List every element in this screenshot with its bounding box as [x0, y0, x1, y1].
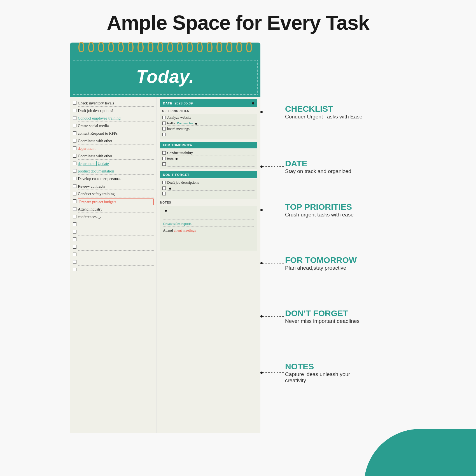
date-annotation: DATE Stay on track and organized — [260, 159, 351, 174]
spiral-ring — [226, 42, 232, 52]
dashed-line — [263, 372, 285, 373]
for-tomorrow-annotation: FOR TOMORROW Plan ahead,stay proactive — [260, 255, 357, 271]
list-item: department — [73, 146, 154, 152]
notes-annotation: NOTES Capture ideas,unleash your creativ… — [260, 362, 350, 384]
checkbox[interactable] — [162, 127, 166, 130]
dashed-line — [263, 112, 285, 112]
checkbox[interactable] — [73, 101, 76, 105]
item-text — [78, 237, 154, 243]
spiral-ring — [216, 42, 222, 52]
checkbox[interactable] — [73, 260, 76, 264]
spiral-binding — [70, 43, 260, 58]
checkbox[interactable] — [162, 157, 166, 160]
annotation-dot — [260, 209, 263, 211]
list-item: Coordinate with other — [73, 153, 154, 160]
checklist-annotation-text: CHECKLIST Conquer Urgent Tasks with Ease — [285, 104, 362, 120]
top-priorities-annotation-text: TOP PRIORITIES Crush urgent tasks with e… — [285, 202, 354, 218]
checkbox[interactable] — [162, 181, 166, 184]
row-text: board meetings — [167, 127, 255, 131]
checkbox[interactable] — [162, 192, 166, 195]
item-text: Draft job descriptions! — [78, 108, 154, 114]
row-text — [167, 186, 255, 191]
checkbox[interactable] — [73, 109, 76, 112]
notes-block: NOTES Create sales reports Attend client… — [160, 201, 257, 251]
item-text: Conduct employee training — [78, 115, 154, 122]
row-text — [167, 192, 255, 196]
notebook-body: Check inventory levels Draft job descrip… — [70, 97, 260, 433]
checkbox[interactable] — [73, 268, 76, 271]
checkbox[interactable] — [73, 237, 76, 241]
for-tomorrow-annotation-text: FOR TOMORROW Plan ahead,stay proactive — [285, 255, 357, 271]
checkbox[interactable] — [162, 151, 166, 155]
date-annotation-text: DATE Stay on track and organized — [285, 159, 351, 174]
for-tomorrow-block: FOR TOMORROW Conduct usability tests — [160, 142, 257, 169]
dont-forget-block: DON'T FORGET Draft job descriptions — [160, 171, 257, 199]
spiral-ring — [88, 42, 94, 52]
item-text — [78, 252, 154, 258]
checkbox[interactable] — [162, 162, 166, 166]
checkbox[interactable] — [162, 116, 166, 119]
item-text — [78, 259, 154, 266]
checkbox[interactable] — [73, 162, 76, 165]
list-item: Develop customer personas — [73, 176, 154, 182]
forget-row: Draft job descriptions — [162, 180, 255, 185]
notes-line: Create sales reports — [163, 221, 254, 227]
checkbox[interactable] — [73, 215, 76, 218]
dashed-line — [263, 263, 285, 263]
checkbox[interactable] — [162, 186, 166, 190]
list-item: department Update — [73, 161, 154, 167]
spiral-ring — [108, 42, 114, 52]
spiral-ring — [246, 42, 252, 52]
row-text: Draft job descriptions — [167, 180, 255, 185]
ann-title: TOP PRIORITIES — [285, 202, 354, 212]
date-value: 2023.05.09 — [174, 101, 193, 105]
for-tomorrow-label: FOR TOMORROW — [163, 143, 193, 147]
ann-desc-2: creativity — [285, 377, 350, 384]
checkbox[interactable] — [73, 245, 76, 249]
item-text — [78, 267, 154, 273]
list-item — [73, 221, 154, 228]
checkbox[interactable] — [162, 133, 166, 136]
item-text: conferences ◡ — [78, 214, 154, 220]
ann-desc: Never miss important deadlines — [285, 318, 360, 324]
item-text: product documentation — [78, 168, 154, 175]
checkbox[interactable] — [73, 146, 76, 150]
tomorrow-row: tests — [162, 156, 255, 161]
checkbox[interactable] — [73, 222, 76, 226]
checkbox[interactable] — [73, 154, 76, 158]
checkbox[interactable] — [73, 177, 76, 180]
annotations-panel: CHECKLIST Conquer Urgent Tasks with Ease… — [260, 93, 423, 476]
dashed-line — [263, 210, 285, 210]
ann-desc: Stay on track and organized — [285, 168, 351, 174]
dashed-line — [263, 166, 285, 167]
checkbox[interactable] — [73, 184, 76, 188]
checkbox[interactable] — [73, 139, 76, 143]
checkbox[interactable] — [73, 192, 76, 195]
notes-text: client meetings — [174, 228, 196, 232]
checkbox[interactable] — [73, 199, 76, 203]
notes-line — [163, 208, 254, 213]
checkbox[interactable] — [73, 124, 76, 127]
item-text: Review contracts — [78, 183, 154, 190]
spiral-ring — [167, 42, 173, 52]
page-title: Ample Space for Every Task — [0, 0, 476, 43]
spiral-ring — [187, 42, 193, 52]
row-text: traffic Prepare for — [167, 121, 255, 126]
for-tomorrow-content: Conduct usability tests — [160, 149, 257, 169]
list-item: content Respond to RFPs — [73, 130, 154, 137]
ann-desc: Plan ahead,stay proactive — [285, 265, 357, 271]
checkbox[interactable] — [73, 116, 76, 120]
checkbox[interactable] — [73, 253, 76, 256]
spiral-ring — [157, 42, 163, 52]
checkbox[interactable] — [162, 122, 166, 125]
list-item — [73, 244, 154, 251]
row-text: tests — [167, 156, 255, 161]
checkbox[interactable] — [73, 230, 76, 234]
item-text — [78, 221, 154, 228]
checkbox[interactable] — [73, 131, 76, 135]
annotation-dot — [260, 315, 263, 318]
annotation-dot — [260, 165, 263, 168]
checkbox[interactable] — [73, 169, 76, 173]
ann-title: CHECKLIST — [285, 104, 362, 114]
checkbox[interactable] — [73, 207, 76, 211]
